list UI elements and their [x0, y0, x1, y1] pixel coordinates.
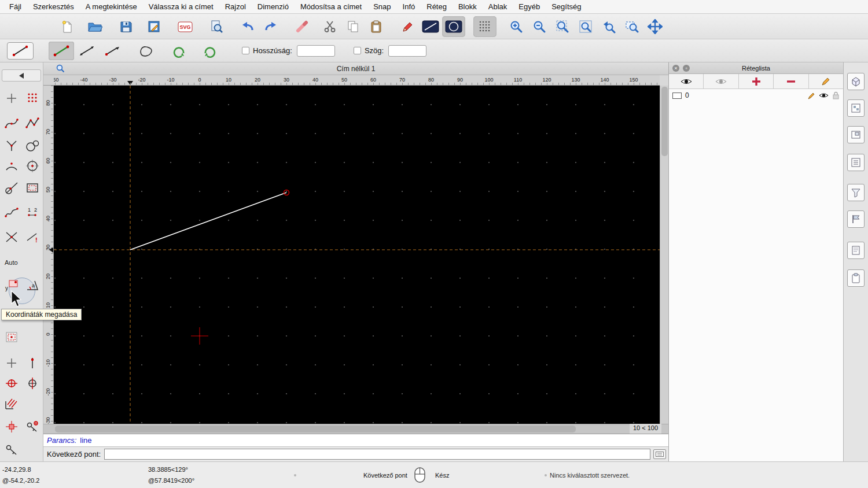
dock-flag-icon[interactable]: [847, 210, 865, 228]
redo-button[interactable]: [259, 16, 282, 37]
grid-toggle-button[interactable]: [473, 16, 496, 37]
float-panel-button[interactable]: ▫: [683, 65, 690, 72]
hide-all-layers-button[interactable]: [704, 74, 738, 88]
snap-free-button[interactable]: [2, 353, 21, 373]
print-preview-button[interactable]: [205, 16, 228, 37]
zoom-in-button[interactable]: [505, 16, 528, 37]
vscroll-thumb[interactable]: [661, 87, 668, 156]
zoom-previous-button[interactable]: [597, 16, 620, 37]
tool-rectangle-button[interactable]: [23, 178, 42, 198]
tool-point-button[interactable]: [2, 88, 21, 108]
angle-checkbox[interactable]: [354, 47, 361, 54]
tool-arc-button[interactable]: [2, 156, 21, 176]
new-file-button[interactable]: [56, 16, 79, 37]
close-panel-button[interactable]: ×: [672, 65, 679, 72]
tool-intersection-button[interactable]: [2, 227, 21, 247]
tool-point-order-button[interactable]: 12: [23, 203, 42, 223]
menu-egyeb[interactable]: Egyéb: [513, 2, 546, 11]
snap-grid-button[interactable]: [2, 417, 21, 437]
zoom-redraw-button[interactable]: [574, 16, 597, 37]
menu-megtekintese[interactable]: A megtekintése: [80, 2, 143, 11]
circle-attributes-button[interactable]: [442, 16, 465, 37]
export-svg-button[interactable]: SVG: [174, 16, 197, 37]
palette-back-button[interactable]: [2, 69, 41, 82]
tool-tangent-button[interactable]: [2, 178, 21, 198]
relative-angle-tool[interactable]: a: [23, 275, 42, 295]
hscroll-thumb[interactable]: [55, 426, 576, 432]
add-layer-button[interactable]: [739, 74, 774, 88]
save-file-button[interactable]: [115, 16, 138, 37]
layer-lock-icon[interactable]: [832, 91, 840, 99]
delete-button[interactable]: [290, 16, 314, 37]
line-vector-button[interactable]: [100, 42, 125, 60]
lock-zero-button[interactable]: [2, 440, 21, 460]
menu-szerkesztes[interactable]: Szerkesztés: [27, 2, 80, 11]
dock-list-icon[interactable]: [847, 154, 865, 171]
dock-frame-icon[interactable]: [847, 126, 865, 143]
polyline-freehand-button[interactable]: [133, 42, 159, 60]
tool-select-window-button[interactable]: [2, 327, 21, 347]
tool-divide-button[interactable]: !: [23, 227, 42, 247]
keyboard-toggle-button[interactable]: [653, 449, 666, 459]
snap-center-h-button[interactable]: [2, 374, 21, 393]
layer-visible-eye-icon[interactable]: [819, 92, 829, 99]
undo-button[interactable]: [236, 16, 259, 37]
edit-layer-button[interactable]: [809, 74, 843, 88]
menu-ablak[interactable]: Ablak: [483, 2, 513, 11]
undo-segment-button[interactable]: [167, 42, 192, 60]
zoom-out-button[interactable]: [528, 16, 551, 37]
show-all-layers-button[interactable]: [669, 74, 704, 88]
dock-clipboard-icon[interactable]: [847, 269, 865, 287]
menu-rajzol[interactable]: Rajzol: [219, 2, 252, 11]
length-input[interactable]: [297, 45, 335, 57]
line-angle-button[interactable]: [74, 42, 100, 60]
paste-button[interactable]: [365, 16, 388, 37]
dock-blocks-icon[interactable]: [847, 99, 865, 117]
layer-row[interactable]: 0: [669, 89, 843, 102]
menu-valassza-ki[interactable]: Válassza ki a címet: [143, 2, 219, 11]
tool-circles-button[interactable]: [23, 136, 42, 156]
remove-layer-button[interactable]: [774, 74, 808, 88]
copy-button[interactable]: [341, 16, 365, 37]
dock-filter-icon[interactable]: [847, 184, 865, 201]
line-two-points-button[interactable]: [49, 42, 74, 60]
layer-edit-pencil-icon[interactable]: [808, 92, 815, 99]
snap-endpoint-button[interactable]: [23, 353, 42, 373]
menu-segitseg[interactable]: Segítség: [546, 2, 587, 11]
zoom-pan-button[interactable]: [643, 16, 667, 37]
dock-cube-icon[interactable]: [847, 73, 865, 90]
tool-points-grid-button[interactable]: [23, 88, 42, 108]
current-tool-indicator[interactable]: [7, 42, 34, 60]
tool-hatch-button[interactable]: [2, 394, 21, 413]
menu-blokk[interactable]: Blokk: [453, 2, 483, 11]
cut-button[interactable]: [318, 16, 341, 37]
dock-notes-icon[interactable]: [847, 242, 865, 259]
snap-center-v-button[interactable]: [23, 374, 42, 393]
tool-polyline-button[interactable]: [23, 113, 42, 133]
open-file-button[interactable]: [83, 16, 106, 37]
command-input[interactable]: [104, 449, 650, 460]
tool-circle-center-button[interactable]: [23, 156, 42, 176]
zoom-auto-button[interactable]: [551, 16, 574, 37]
menu-fajl[interactable]: Fájl: [3, 2, 27, 11]
lock-relative-zero-button[interactable]: [23, 417, 42, 437]
angle-input[interactable]: [388, 45, 426, 57]
tool-spline-button[interactable]: [2, 113, 21, 133]
redo-segment-button[interactable]: [197, 42, 222, 60]
pen-attributes-button[interactable]: [396, 16, 419, 37]
length-checkbox[interactable]: [242, 47, 249, 54]
tool-freehand-button[interactable]: [2, 203, 21, 223]
edit-document-button[interactable]: [142, 16, 165, 37]
menu-info[interactable]: Infó: [397, 2, 421, 11]
line-attributes-button[interactable]: [419, 16, 442, 37]
document-titlebar[interactable]: Cím nélkül 1: [43, 62, 668, 75]
zoom-window-button[interactable]: [620, 16, 643, 37]
tool-fork-button[interactable]: [2, 136, 21, 156]
menu-modositsa[interactable]: Módosítsa a címet: [295, 2, 367, 11]
menu-dimenzio[interactable]: Dimenzió: [252, 2, 295, 11]
menu-reteg[interactable]: Réteg: [421, 2, 453, 11]
vertical-scrollbar[interactable]: [660, 86, 668, 424]
horizontal-scrollbar[interactable]: [43, 424, 668, 434]
drawing-canvas[interactable]: [54, 86, 660, 424]
menu-snap[interactable]: Snap: [367, 2, 396, 11]
